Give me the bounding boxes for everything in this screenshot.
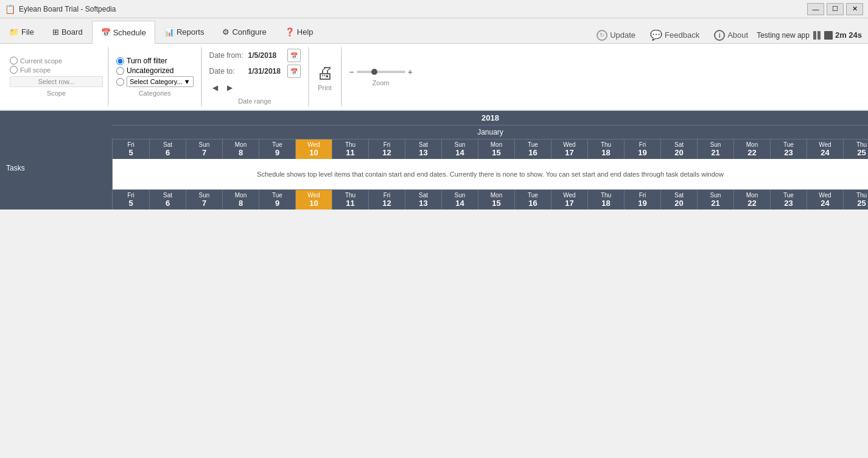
calendar-day-22[interactable]: Mon 22 [733,139,770,159]
date-to-picker-button[interactable]: 📅 [287,65,301,78]
update-button[interactable]: ↻ Update [590,27,642,43]
tab-help[interactable]: ❓ Help [276,20,323,43]
calendar-day-6[interactable]: Sat 6 [149,190,186,210]
select-row-button[interactable]: Select row... [10,76,103,87]
dropdown-arrow-icon: ▼ [184,78,191,85]
calendar-day-11[interactable]: Thu 11 [332,190,368,210]
toolbar: Current scope Full scope Select row... S… [0,44,868,110]
calendar-day-25[interactable]: Thu 25 [843,190,868,210]
zoom-out-button[interactable]: − [349,67,354,77]
category-row: Select Category... ▼ [116,76,194,87]
calendar-day-6[interactable]: Sat 6 [149,139,186,159]
calendar-day-23[interactable]: Tue 23 [770,190,807,210]
pause-control[interactable] [813,31,821,40]
close-button[interactable]: ✕ [846,3,863,15]
day-num: 10 [297,148,331,157]
calendar-day-20[interactable]: Sat 20 [660,139,697,159]
turn-off-filter-radio[interactable]: Turn off filter [116,57,194,65]
next-date-button[interactable]: ▶ [224,82,236,94]
schedule-icon: 📅 [101,28,111,37]
day-num: 12 [370,199,404,208]
calendar-day-18[interactable]: Thu 18 [587,139,624,159]
uncategorized-radio[interactable]: Uncategorized [116,66,194,75]
day-name: Thu [845,141,868,148]
calendar-header: 2018 January [0,111,868,139]
date-to-label: Date to: [209,67,246,76]
date-from-picker-button[interactable]: 📅 [287,49,301,62]
calendar-day-5[interactable]: Fri 5 [113,139,149,159]
calendar-day-9[interactable]: Tue 9 [259,190,295,210]
calendar-day-24[interactable]: Wed 24 [807,190,843,210]
prev-date-button[interactable]: ◀ [209,82,222,94]
full-scope-radio[interactable]: Full scope [10,66,103,74]
calendar-day-8[interactable]: Mon 8 [222,139,259,159]
calendar-day-8[interactable]: Mon 8 [222,190,259,210]
zoom-slider[interactable] [357,71,405,73]
calendar-day-14[interactable]: Sun 14 [441,139,478,159]
calendar-day-7[interactable]: Sun 7 [186,139,222,159]
calendar-day-11[interactable]: Thu 11 [332,139,368,159]
feedback-button[interactable]: 💬 Feedback [644,27,705,43]
pause-bar-right [817,31,821,40]
task-message: Schedule shows top level items that cont… [257,171,724,178]
calendar-day-17[interactable]: Wed 17 [551,139,587,159]
tab-schedule[interactable]: 📅 Schedule [92,21,155,44]
about-button[interactable]: i About [708,27,754,43]
calendar-day-10[interactable]: Wed 10 [295,139,332,159]
calendar-day-12[interactable]: Fri 12 [368,139,405,159]
calendar-day-22[interactable]: Mon 22 [733,190,770,210]
day-num: 14 [443,148,477,157]
day-num: 7 [187,148,221,157]
day-name: Sun [187,192,221,199]
day-num: 11 [334,148,367,157]
calendar-day-15[interactable]: Mon 15 [478,139,514,159]
tab-board[interactable]: ⊞ Board [43,20,92,43]
calendar-icon-2: 📅 [290,68,298,75]
date-from-value: 1/5/2018 [248,51,285,60]
year-header: 2018 [113,111,868,125]
calendar-day-14[interactable]: Sun 14 [441,190,478,210]
calendar-day-9[interactable]: Tue 9 [259,139,295,159]
tab-file[interactable]: 📁 File [0,20,43,43]
day-name: Thu [589,141,623,148]
calendar-day-16[interactable]: Tue 16 [514,190,551,210]
minimize-button[interactable]: — [807,3,824,15]
category-radio[interactable] [116,78,124,86]
calendar-day-13[interactable]: Sat 13 [405,190,441,210]
calendar-day-13[interactable]: Sat 13 [405,139,441,159]
zoom-in-button[interactable]: + [408,67,413,77]
calendar-day-21[interactable]: Sun 21 [697,139,733,159]
calendar-day-19[interactable]: Fri 19 [624,190,660,210]
day-num: 15 [480,148,513,157]
day-name: Mon [224,141,257,148]
calendar-day-21[interactable]: Sun 21 [697,190,733,210]
category-dropdown[interactable]: Select Category... ▼ [127,76,194,87]
stop-icon[interactable] [824,31,833,40]
day-num: 7 [187,199,221,208]
title-bar: 📋 Eylean Board Trial - Softpedia — ☐ ✕ [0,0,868,18]
calendar-day-17[interactable]: Wed 17 [551,190,587,210]
calendar-day-25[interactable]: Thu 25 [843,139,868,159]
calendar-day-23[interactable]: Tue 23 [770,139,807,159]
calendar-day-19[interactable]: Fri 19 [624,139,660,159]
tab-reports[interactable]: 📊 Reports [155,20,214,43]
day-num: 8 [224,148,257,157]
tab-configure[interactable]: ⚙ Configure [213,20,275,43]
calendar-day-16[interactable]: Tue 16 [514,139,551,159]
day-name: Mon [735,141,769,148]
day-num: 17 [553,148,586,157]
calendar-day-20[interactable]: Sat 20 [660,190,697,210]
calendar-day-7[interactable]: Sun 7 [186,190,222,210]
calendar-day-12[interactable]: Fri 12 [368,190,405,210]
calendar-day-18[interactable]: Thu 18 [587,190,624,210]
calendar-day-5[interactable]: Fri 5 [113,190,149,210]
day-num: 13 [407,199,440,208]
print-button[interactable]: 🖨 [317,63,334,83]
calendar-day-15[interactable]: Mon 15 [478,190,514,210]
update-icon: ↻ [597,30,607,41]
current-scope-radio[interactable]: Current scope [10,57,103,65]
day-num: 19 [626,199,659,208]
calendar-day-10[interactable]: Wed 10 [295,190,332,210]
maximize-button[interactable]: ☐ [827,3,844,15]
calendar-day-24[interactable]: Wed 24 [807,139,843,159]
